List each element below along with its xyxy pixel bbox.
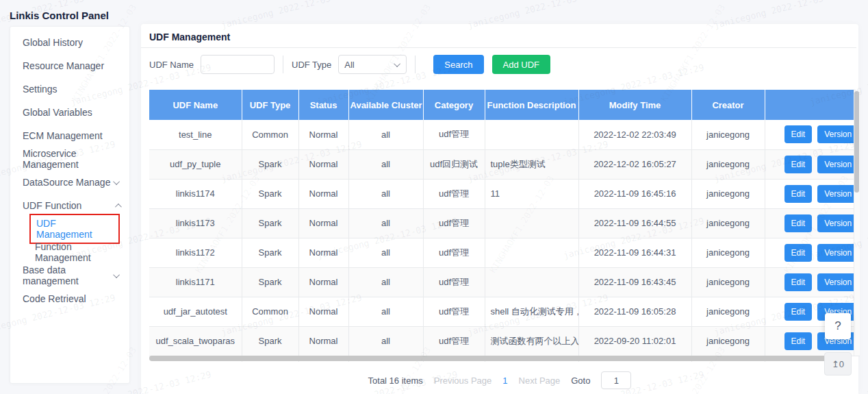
cell-time: 2022-11-09 16:05:28 — [578, 297, 691, 326]
cell-category: udf管理 — [423, 238, 485, 267]
sidebar-item-base-data-management[interactable]: Base data management — [10, 264, 129, 287]
udf-name-input[interactable] — [201, 55, 275, 74]
cell-cluster: all — [348, 208, 423, 238]
cell-actions: EditVersion List — [765, 208, 860, 238]
cell-type: Spark — [242, 326, 298, 356]
goto-label: Goto — [571, 375, 590, 386]
sidebar-item-datasource-manage[interactable]: DataSource Manage — [10, 171, 129, 194]
sidebar-item-label: DataSource Manage — [23, 177, 110, 188]
vertical-scrollbar-track[interactable] — [854, 90, 860, 356]
cell-status: Normal — [298, 120, 348, 149]
cell-type: Common — [242, 297, 298, 326]
cell-desc — [485, 238, 578, 267]
cell-desc — [485, 267, 578, 297]
table-row: linkis1173SparkNormalalludf管理2022-11-09 … — [149, 208, 860, 238]
table-row: udf_scala_twoparasSparkNormalalludf管理测试函… — [149, 326, 860, 356]
cell-cluster: all — [348, 149, 423, 179]
cell-actions: EditVersion List — [765, 149, 860, 179]
column-header: Category — [423, 90, 485, 120]
goto-page-input[interactable] — [601, 371, 631, 389]
table-header-row: UDF NameUDF TypeStatusAvailable ClusterC… — [149, 90, 860, 120]
sidebar-item-label: Resource Manager — [23, 60, 104, 71]
sidebar-item-global-history[interactable]: Global History — [10, 31, 129, 54]
edit-button[interactable]: Edit — [784, 156, 813, 173]
cell-type: Spark — [242, 267, 298, 297]
cell-status: Normal — [298, 179, 348, 208]
back-to-top-widget[interactable]: ↥0 — [824, 352, 852, 375]
cell-cluster: all — [348, 238, 423, 267]
sidebar-item-label: Code Retrieval — [23, 293, 86, 304]
cell-cluster: all — [348, 179, 423, 208]
cell-cluster: all — [348, 297, 423, 326]
current-page-number[interactable]: 1 — [502, 375, 507, 386]
add-udf-button[interactable]: Add UDF — [492, 55, 550, 74]
cell-category: udf管理 — [423, 208, 485, 238]
edit-button[interactable]: Edit — [784, 185, 813, 203]
sidebar-item-code-retrieval[interactable]: Code Retrieval — [10, 287, 129, 310]
cell-name: test_line — [149, 120, 242, 149]
cell-category: udf管理 — [423, 179, 485, 208]
sidebar-item-udf-management[interactable]: UDF Management — [10, 217, 129, 241]
chevron-down-icon — [113, 178, 120, 185]
sidebar-item-resource-manager[interactable]: Resource Manager — [10, 54, 129, 77]
edit-button[interactable]: Edit — [784, 332, 813, 350]
cell-time: 2022-11-09 16:45:16 — [578, 179, 691, 208]
udf-table: UDF NameUDF TypeStatusAvailable ClusterC… — [149, 90, 860, 362]
sidebar-item-label: Microservice Management — [23, 148, 120, 170]
cell-creator: janicegong — [691, 208, 765, 238]
chevron-down-icon — [394, 60, 400, 67]
previous-page-button[interactable]: Previous Page — [434, 375, 492, 386]
table-row: linkis1171SparkNormalalludf管理2022-11-09 … — [149, 267, 860, 297]
sidebar-item-microservice-management[interactable]: Microservice Management — [10, 147, 129, 171]
cell-desc — [485, 120, 578, 149]
horizontal-scrollbar-track[interactable] — [149, 356, 852, 361]
cell-category: udf回归测试 — [423, 149, 485, 179]
search-button[interactable]: Search — [433, 55, 483, 74]
sidebar-item-label: Global History — [23, 37, 83, 48]
next-page-button[interactable]: Next Page — [519, 375, 561, 386]
chevron-up-icon — [115, 203, 122, 210]
cell-actions: EditVersion List — [765, 120, 860, 149]
edit-button[interactable]: Edit — [784, 303, 813, 321]
divider — [141, 47, 856, 48]
udf-table-container: UDF NameUDF TypeStatusAvailable ClusterC… — [149, 90, 860, 362]
help-button[interactable]: ? — [825, 313, 851, 339]
table-row: test_lineCommonNormalalludf管理2022-12-02 … — [149, 120, 860, 149]
filter-bar: UDF Name UDF Type All Search Add UDF — [149, 55, 550, 74]
cell-time: 2022-12-02 22:03:49 — [578, 120, 691, 149]
column-header: Creator — [691, 90, 765, 120]
udf-type-select[interactable]: All — [338, 55, 407, 74]
cell-time: 2022-12-02 16:05:27 — [578, 149, 691, 179]
sidebar-item-label: ECM Management — [23, 130, 103, 141]
edit-button[interactable]: Edit — [784, 125, 813, 143]
cell-creator: janicegong — [691, 326, 765, 356]
sidebar-item-label: UDF Management — [29, 214, 120, 244]
udf-type-selected-value: All — [344, 60, 354, 70]
edit-button[interactable]: Edit — [784, 244, 813, 262]
column-header: Modify Time — [578, 90, 691, 120]
column-header: Status — [298, 90, 348, 120]
sidebar-item-settings[interactable]: Settings — [10, 77, 129, 101]
cell-time: 2022-11-09 16:43:45 — [578, 267, 691, 297]
sidebar-item-label: Global Variables — [23, 107, 92, 118]
cell-desc: tuple类型测试 — [485, 149, 578, 179]
column-header: Function Description — [485, 90, 578, 120]
sidebar-item-label: Function Management — [35, 241, 120, 263]
sidebar-item-function-management[interactable]: Function Management — [10, 241, 129, 264]
cell-name: linkis1172 — [149, 238, 242, 267]
sidebar-item-global-variables[interactable]: Global Variables — [10, 101, 129, 124]
cell-type: Common — [242, 120, 298, 149]
sidebar-item-label: UDF Function — [23, 200, 81, 211]
cell-status: Normal — [298, 238, 348, 267]
horizontal-scrollbar-thumb[interactable] — [149, 356, 845, 361]
cell-time: 2022-11-09 16:44:55 — [578, 208, 691, 238]
sidebar-menu: Global HistoryResource ManagerSettingsGl… — [10, 31, 129, 310]
edit-button[interactable]: Edit — [784, 214, 813, 232]
cell-category: udf管理 — [423, 297, 485, 326]
vertical-scrollbar-thumb[interactable] — [854, 91, 859, 193]
edit-button[interactable]: Edit — [784, 273, 813, 291]
sidebar-item-ecm-management[interactable]: ECM Management — [10, 124, 129, 147]
table-row: linkis1172SparkNormalalludf管理2022-11-09 … — [149, 238, 860, 267]
cell-actions: EditVersion List — [765, 179, 860, 208]
udf-type-label: UDF Type — [292, 60, 331, 70]
